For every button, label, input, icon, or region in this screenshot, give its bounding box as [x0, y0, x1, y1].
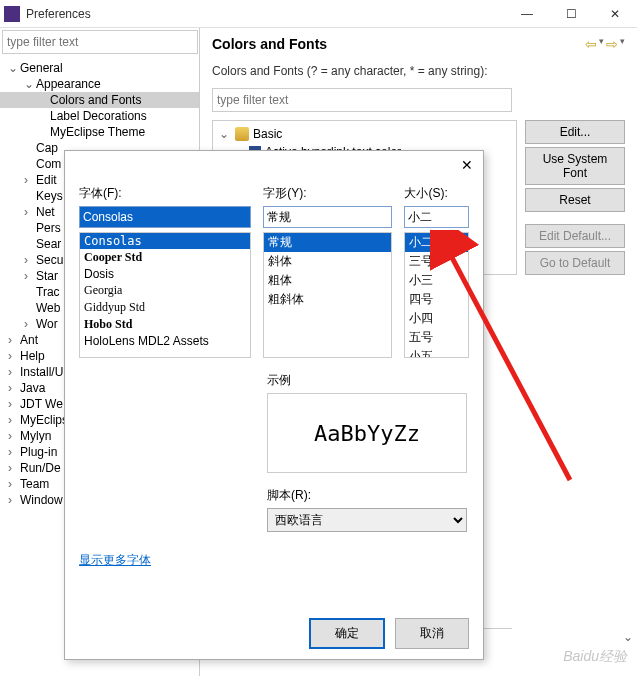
side-buttons: Edit... Use System Font Reset Edit Defau… [525, 120, 625, 275]
maximize-button[interactable]: ☐ [549, 0, 593, 28]
list-item[interactable]: 粗体 [264, 271, 391, 290]
list-item[interactable]: 小五 [405, 347, 468, 358]
edit-default-button[interactable]: Edit Default... [525, 224, 625, 248]
page-description: Colors and Fonts (? = any character, * =… [212, 64, 625, 78]
font-size-input[interactable] [404, 206, 469, 228]
dialog-close-button[interactable]: ✕ [461, 157, 473, 173]
caret-right-icon: › [8, 397, 20, 411]
font-size-label: 大小(S): [404, 185, 469, 202]
goto-default-button[interactable]: Go to Default [525, 251, 625, 275]
close-button[interactable]: ✕ [593, 0, 637, 28]
caret-down-icon: ⌄ [8, 61, 20, 75]
caret-right-icon: › [8, 365, 20, 379]
caret-down-icon: ⌄ [24, 77, 36, 91]
list-item[interactable]: 粗斜体 [264, 290, 391, 309]
folder-icon [235, 127, 249, 141]
edit-button[interactable]: Edit... [525, 120, 625, 144]
list-item[interactable]: 小四 [405, 309, 468, 328]
tree-item[interactable]: Label Decorations [0, 108, 199, 124]
list-item[interactable]: 斜体 [264, 252, 391, 271]
tree-item-colors-fonts[interactable]: Colors and Fonts [0, 92, 199, 108]
caret-right-icon: › [8, 413, 20, 427]
use-system-font-button[interactable]: Use System Font [525, 147, 625, 185]
caret-right-icon: › [8, 333, 20, 347]
font-style-label: 字形(Y): [263, 185, 392, 202]
list-item[interactable]: Consolas [80, 233, 250, 249]
font-family-input[interactable] [79, 206, 251, 228]
cancel-button[interactable]: 取消 [395, 618, 469, 649]
ok-button[interactable]: 确定 [309, 618, 385, 649]
caret-right-icon: › [8, 493, 20, 507]
script-label: 脚本(R): [267, 488, 311, 502]
colors-fonts-filter[interactable] [212, 88, 512, 112]
list-item[interactable]: Giddyup Std [80, 299, 250, 316]
nav-arrows: ⇦▾ ⇨▾ [585, 36, 625, 52]
list-item[interactable]: 小二 [405, 233, 468, 252]
tree-item-basic[interactable]: ⌄ Basic [217, 125, 512, 143]
list-item[interactable]: Georgia [80, 282, 250, 299]
caret-right-icon: › [24, 205, 36, 219]
list-item[interactable]: 小三 [405, 271, 468, 290]
caret-right-icon: › [24, 269, 36, 283]
font-dialog: ✕ 字体(F): Consolas Cooper Std Dosis Georg… [64, 150, 484, 660]
caret-right-icon: › [8, 381, 20, 395]
caret-right-icon: › [24, 173, 36, 187]
tree-item[interactable]: MyEclipse Theme [0, 124, 199, 140]
caret-right-icon: › [8, 429, 20, 443]
font-size-list[interactable]: 小二 三号 小三 四号 小四 五号 小五 [404, 232, 469, 358]
script-select[interactable]: 西欧语言 [267, 508, 467, 532]
caret-right-icon: › [8, 349, 20, 363]
filter-input[interactable] [2, 30, 198, 54]
sample-label: 示例 [267, 373, 291, 387]
titlebar: Preferences — ☐ ✕ [0, 0, 637, 28]
forward-icon[interactable]: ⇨ [606, 36, 618, 52]
caret-right-icon: › [8, 477, 20, 491]
watermark: Baidu经验 [563, 648, 627, 666]
back-icon[interactable]: ⇦ [585, 36, 597, 52]
sample-preview: AaBbYyZz [267, 393, 467, 473]
font-style-list[interactable]: 常规 斜体 粗体 粗斜体 [263, 232, 392, 358]
minimize-button[interactable]: — [505, 0, 549, 28]
list-item[interactable]: Cooper Std [80, 249, 250, 266]
caret-down-icon: ⌄ [219, 127, 231, 141]
app-icon [4, 6, 20, 22]
window-title: Preferences [26, 7, 91, 21]
list-item[interactable]: 三号 [405, 252, 468, 271]
list-item[interactable]: Dosis [80, 266, 250, 282]
tree-item-appearance[interactable]: ⌄Appearance [0, 76, 199, 92]
tree-item-general[interactable]: ⌄General [0, 60, 199, 76]
list-item[interactable]: 四号 [405, 290, 468, 309]
list-item[interactable]: 五号 [405, 328, 468, 347]
list-item[interactable]: 常规 [264, 233, 391, 252]
list-item[interactable]: Hobo Std [80, 316, 250, 333]
more-fonts-link[interactable]: 显示更多字体 [79, 552, 151, 569]
caret-right-icon: › [24, 253, 36, 267]
caret-right-icon: › [8, 461, 20, 475]
font-style-input[interactable] [263, 206, 392, 228]
page-title: Colors and Fonts [212, 36, 625, 52]
list-item[interactable]: HoloLens MDL2 Assets [80, 333, 250, 349]
font-family-label: 字体(F): [79, 185, 251, 202]
caret-right-icon: › [8, 445, 20, 459]
caret-right-icon: › [24, 317, 36, 331]
reset-button[interactable]: Reset [525, 188, 625, 212]
scroll-down-icon[interactable]: ⌄ [623, 630, 633, 644]
font-family-list[interactable]: Consolas Cooper Std Dosis Georgia Giddyu… [79, 232, 251, 358]
